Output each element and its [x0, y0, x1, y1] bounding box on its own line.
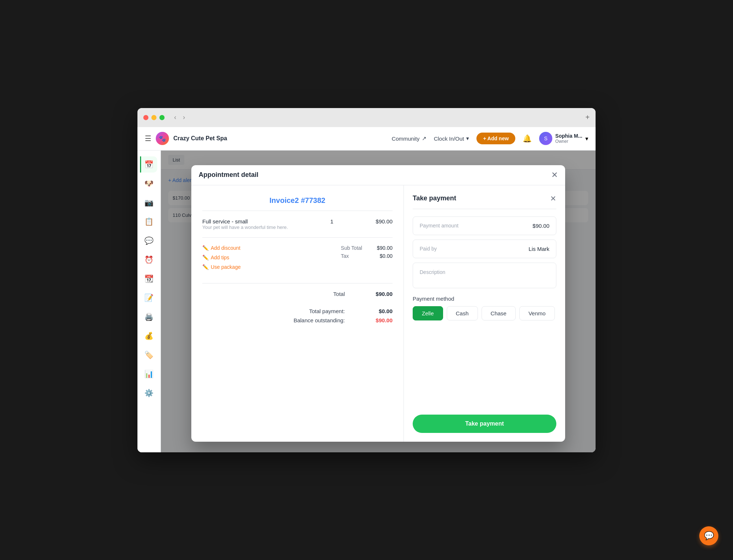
- chat-support-button[interactable]: 💬: [699, 526, 718, 545]
- use-package-label: Use package: [211, 264, 241, 270]
- balance-row: Balance outstanding: $90.00: [202, 317, 393, 323]
- external-link-icon: ↗: [422, 135, 427, 142]
- total-payment-label: Total payment:: [309, 308, 345, 314]
- nav-back-button[interactable]: ‹: [172, 113, 178, 122]
- total-payment-row: Total payment: $0.00: [202, 308, 393, 314]
- sidebar-item-dollar[interactable]: 💰: [141, 328, 157, 344]
- pencil-icon-tips: ✏️: [202, 255, 209, 260]
- paid-by-label: Paid by: [420, 246, 437, 252]
- tax-row: Tax $0.00: [341, 253, 393, 259]
- pencil-icon-package: ✏️: [202, 264, 209, 270]
- payment-amount-label: Payment amount: [420, 223, 458, 229]
- header-left: ☰ 🐾 Crazy Cute Pet Spa: [145, 132, 227, 145]
- description-field[interactable]: Description: [413, 263, 556, 288]
- main-content: 📅 🐶 📷 📋 💬 ⏰ 📆 📝 🖨️ 💰 🏷️ 📊 ⚙️ List: [137, 151, 596, 452]
- sidebar-item-calendar2[interactable]: 📆: [141, 271, 157, 287]
- payment-methods: Zelle Cash Chase Venmo: [413, 306, 556, 320]
- appointment-modal-title: Appointment detail: [199, 171, 258, 179]
- sidebar-item-chat[interactable]: 💬: [141, 233, 157, 249]
- sidebar-item-settings[interactable]: ⚙️: [141, 385, 157, 401]
- sidebar-item-calendar[interactable]: 📅: [140, 156, 157, 173]
- add-discount-link[interactable]: ✏️ Add discount: [202, 245, 241, 251]
- payment-method-cash[interactable]: Cash: [447, 306, 478, 320]
- description-placeholder: Description: [420, 269, 445, 275]
- payment-close-button[interactable]: ✕: [550, 194, 556, 203]
- service-desc: Your pet will have a wonderful time here…: [202, 225, 288, 230]
- sidebar-item-alarm[interactable]: ⏰: [141, 252, 157, 268]
- sidebar-item-clipboard[interactable]: 📋: [141, 214, 157, 230]
- close-traffic-light[interactable]: [143, 115, 148, 120]
- appointment-modal-close-button[interactable]: ✕: [551, 171, 558, 179]
- nav-forward-button[interactable]: ›: [181, 113, 187, 122]
- paid-by-value: Lis Mark: [528, 246, 549, 252]
- subtotal-value: $90.00: [377, 245, 393, 251]
- new-tab-button[interactable]: +: [585, 113, 590, 122]
- sidebar-item-tag[interactable]: 🏷️: [141, 347, 157, 363]
- payment-panel: Take payment ✕ Payment amount $90.00 Pai…: [404, 185, 565, 442]
- user-dropdown-icon[interactable]: ▾: [585, 135, 588, 142]
- notification-bell-icon[interactable]: 🔔: [523, 134, 532, 143]
- paid-by-field[interactable]: Paid by Lis Mark: [413, 240, 556, 258]
- sidebar-item-notes[interactable]: 📝: [141, 290, 157, 306]
- clock-label: Clock In/Out: [434, 136, 464, 142]
- user-role: Owner: [555, 139, 582, 144]
- sidebar-item-pet[interactable]: 🐶: [141, 175, 157, 192]
- invoice-actions: ✏️ Add discount ✏️ Add tips: [202, 245, 241, 270]
- invoice-panel: Invoice2 #77382 Full service - small You…: [191, 185, 404, 442]
- modal-overlay: Appointment detail ✕ Invoice2 #77382: [161, 151, 596, 452]
- total-label: Total: [333, 291, 345, 297]
- take-payment-button[interactable]: Take payment: [413, 415, 556, 433]
- balance-value: $90.00: [367, 317, 393, 323]
- sidebar-item-chart[interactable]: 📊: [141, 366, 157, 382]
- community-button[interactable]: Community ↗: [392, 135, 427, 142]
- appointment-modal-body: Invoice2 #77382 Full service - small You…: [191, 185, 565, 442]
- invoice-divider: [202, 237, 393, 238]
- nav-arrows: ‹ ›: [172, 113, 187, 122]
- invoice-service-item: Full service - small Your pet will have …: [202, 218, 393, 230]
- payment-title: Take payment: [413, 194, 456, 202]
- payment-method-venmo[interactable]: Venmo: [519, 306, 555, 320]
- invoice-number-label: Invoice2: [269, 196, 299, 204]
- payment-method-heading: Payment method: [413, 296, 556, 302]
- total-value: $90.00: [367, 291, 393, 297]
- minimize-traffic-light[interactable]: [151, 115, 156, 120]
- appointment-modal-header: Appointment detail ✕: [191, 165, 565, 185]
- use-package-link[interactable]: ✏️ Use package: [202, 264, 241, 270]
- payment-method-chase[interactable]: Chase: [482, 306, 516, 320]
- sidebar-item-printer[interactable]: 🖨️: [141, 309, 157, 325]
- payment-amount-value: $90.00: [533, 223, 549, 229]
- user-name: Sophia M...: [555, 133, 582, 139]
- add-discount-label: Add discount: [211, 245, 240, 251]
- dropdown-icon: ▾: [466, 135, 469, 142]
- add-tips-label: Add tips: [211, 255, 229, 260]
- app-name: Crazy Cute Pet Spa: [173, 135, 227, 142]
- clock-in-out-button[interactable]: Clock In/Out ▾: [434, 135, 469, 142]
- invoice-middle: ✏️ Add discount ✏️ Add tips: [202, 245, 393, 276]
- invoice-item-left: Full service - small Your pet will have …: [202, 218, 288, 230]
- subtotal-row: Sub Total $90.00: [341, 245, 393, 251]
- payment-header: Take payment ✕: [413, 194, 556, 209]
- appointment-modal: Appointment detail ✕ Invoice2 #77382: [191, 165, 565, 442]
- user-avatar: S: [539, 132, 552, 145]
- app-container: ☰ 🐾 Crazy Cute Pet Spa Community ↗ Clock…: [137, 127, 596, 452]
- payment-totals: Total payment: $0.00 Balance outstanding…: [202, 308, 393, 323]
- maximize-traffic-light[interactable]: [159, 115, 165, 120]
- add-new-button[interactable]: + Add new: [476, 133, 515, 144]
- subtotal-label: Sub Total: [341, 245, 362, 251]
- chat-bubble-icon: 💬: [704, 531, 714, 541]
- user-info: Sophia M... Owner: [555, 133, 582, 144]
- traffic-lights: [143, 115, 165, 120]
- service-price: $90.00: [376, 218, 393, 225]
- sidebar-item-camera[interactable]: 📷: [141, 194, 157, 211]
- user-profile: S Sophia M... Owner ▾: [539, 132, 588, 145]
- sidebar: 📅 🐶 📷 📋 💬 ⏰ 📆 📝 🖨️ 💰 🏷️ 📊 ⚙️: [137, 151, 161, 452]
- invoice-totals: Total $90.00: [202, 291, 393, 297]
- payment-method-zelle[interactable]: Zelle: [413, 306, 443, 320]
- browser-window: ‹ › + ☰ 🐾 Crazy Cute Pet Spa Community ↗…: [137, 108, 596, 452]
- invoice-title: Invoice2 #77382: [202, 196, 393, 211]
- tax-label: Tax: [341, 253, 349, 259]
- menu-icon[interactable]: ☰: [145, 134, 151, 143]
- payment-amount-field: Payment amount $90.00: [413, 216, 556, 235]
- invoice-number-value: #77382: [301, 196, 325, 204]
- add-tips-link[interactable]: ✏️ Add tips: [202, 255, 241, 260]
